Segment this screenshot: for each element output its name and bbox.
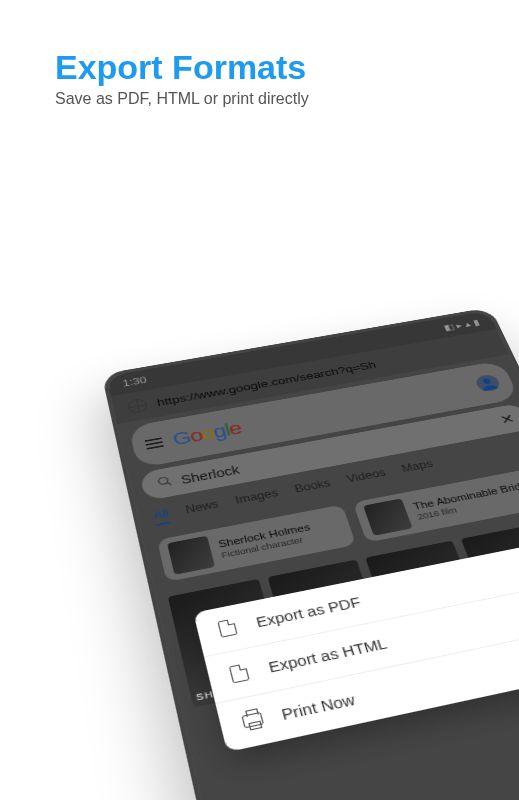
svg-point-2 (158, 477, 168, 485)
tab-maps[interactable]: Maps (400, 458, 436, 479)
export-html-label: Export as HTML (267, 636, 389, 676)
card-thumb (167, 536, 215, 575)
print-now-label: Print Now (280, 691, 357, 723)
tab-all[interactable]: All (152, 507, 170, 526)
export-pdf-label: Export as PDF (254, 594, 362, 630)
svg-line-3 (167, 482, 171, 486)
globe-icon (127, 398, 149, 414)
print-icon (241, 709, 268, 732)
phone-mockup: 1:30 ◧ ▸ ▴ ▮ https://www.google.com/sear… (100, 340, 519, 800)
tab-news[interactable]: News (184, 498, 221, 520)
tab-images[interactable]: Images (234, 487, 281, 510)
clear-icon[interactable]: ✕ (497, 411, 516, 427)
html-icon (229, 662, 255, 684)
google-logo: Google (169, 414, 245, 455)
card-thumb (363, 498, 413, 535)
hero-title: Export Formats (55, 48, 306, 87)
menu-icon[interactable] (145, 437, 164, 449)
tab-books[interactable]: Books (293, 477, 333, 499)
search-icon (156, 475, 174, 491)
tab-videos[interactable]: Videos (345, 467, 389, 489)
pdf-icon (217, 618, 242, 639)
avatar[interactable] (474, 373, 503, 393)
status-icons: ◧ ▸ ▴ ▮ (442, 318, 481, 333)
hero-subtitle: Save as PDF, HTML or print directly (55, 90, 309, 108)
search-query: Sherlock (179, 463, 240, 486)
status-time: 1:30 (122, 375, 148, 389)
